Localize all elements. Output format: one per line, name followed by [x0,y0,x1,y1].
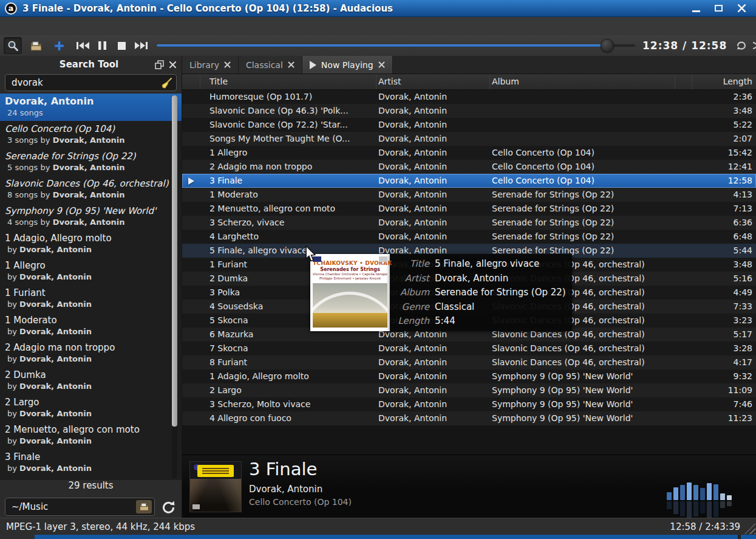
previous-button[interactable] [75,37,90,54]
next-button[interactable] [133,37,149,54]
search-input[interactable] [5,75,176,91]
playlist-row[interactable]: 4 Larghetto Dvorak, Antonin Serenade for… [182,230,756,244]
playlist-row[interactable]: Songs My Mother Taught Me (O... Dvorak, … [182,132,756,146]
search-result-item[interactable]: 2 Dumka by Dvorak, Antonin [0,367,171,394]
tab-close-icon[interactable] [288,61,295,68]
row-title: 1 Moderato [200,188,376,202]
playlist-row[interactable]: 4 Allegro con fuoco Dvorak, Antonin Symp… [182,411,756,425]
row-title: 7 Skocna [200,342,376,355]
tab-close-icon[interactable] [378,61,385,68]
row-indicator-cell [182,272,200,286]
search-result-item[interactable]: 1 Moderato by Dvorak, Antonin [0,312,171,340]
shuffle-icon [752,41,756,50]
playlist-row[interactable]: 8 Furiant Dvorak, Antonin Slavonic Dance… [182,355,756,369]
search-result-item[interactable]: Dvorak, Antonin 24 songs [0,94,182,121]
result-subtitle: by Dvorak, Antonin [5,326,171,337]
result-title: Slavonic Dances (Op 46, orchestral) [5,177,171,190]
search-tool-button[interactable] [4,37,22,54]
playlist-total-time: 12:58 / 2:43:39 [670,521,750,532]
playlist-row[interactable]: 3 Finale Dvorak, Antonin Cello Concerto … [182,174,756,188]
browse-folder-button[interactable] [136,500,152,513]
row-indicator-cell [182,230,200,244]
row-length: 2:36 [692,90,756,104]
playlist-row[interactable]: Slavonic Dance (Op 72.2) 'Star... Dvorak… [182,118,756,132]
undock-panel-icon[interactable] [155,60,164,69]
playlist-row[interactable]: 2 Menuetto, allegro con moto Dvorak, Ant… [182,202,756,216]
row-title: 8 Furiant [200,355,376,369]
refresh-button[interactable] [160,498,177,515]
search-result-item[interactable]: Symphony 9 (Op 95) 'New World' 4 songs b… [0,203,171,230]
playlist-tab[interactable]: Classical [239,56,302,74]
row-spacer-cell [675,160,692,174]
viz-bar-reflection [687,501,692,519]
tab-label: Now Playing [321,60,373,70]
search-result-item[interactable]: Serenade for Strings (Op 22) 5 songs by … [0,148,171,176]
shuffle-button[interactable] [750,37,756,54]
playlist-row[interactable]: Humoresque (Op 101.7) Dvorak, Antonin 2:… [182,90,756,104]
seek-knob[interactable] [601,39,614,52]
search-result-item[interactable]: 1 Furiant by Dvorak, Antonin [0,285,171,312]
row-title: 1 Adagio, Allegro molto [200,369,376,383]
clear-broom-icon[interactable] [160,77,172,89]
row-artist: Dvorak, Antonin [376,355,490,369]
viz-bar [700,488,705,500]
open-files-button[interactable] [27,37,45,54]
search-result-item[interactable]: 2 Largo by Dvorak, Antonin [0,394,171,422]
playlist-row[interactable]: 3 Scherzo, Molto vivace Dvorak, Antonin … [182,397,756,411]
now-playing-artist: Dvorak, Antonin [249,484,322,495]
time-display[interactable]: 12:38 / 12:58 [642,39,727,52]
row-spacer-cell [675,216,692,230]
repeat-button[interactable] [733,37,750,54]
search-result-item[interactable]: 2 Menuetto, allegro con moto by Dvorak, … [0,422,171,449]
titlebar[interactable]: a 3 Finale - Dvorak, Antonin - Cello Con… [0,0,756,17]
playlist-row[interactable]: 1 Allegro Dvorak, Antonin Cello Concerto… [182,146,756,160]
playlist-header[interactable]: Title Artist Album Length [182,74,756,90]
search-result-item[interactable]: 1 Allegro by Dvorak, Antonin [0,258,171,285]
playlist-tab[interactable]: Library [182,56,239,74]
search-results-list[interactable]: Dvorak, Antonin 24 songs Cello Concerto … [0,94,182,480]
search-result-item[interactable]: 3 Finale by Dvorak, Antonin [0,449,171,476]
sidebar-scrollbar[interactable] [172,95,177,478]
playlist-row[interactable]: 2 Adagio ma non troppo Dvorak, Antonin C… [182,160,756,174]
row-artist: Dvorak, Antonin [376,397,490,411]
playlist-row[interactable]: 2 Largo Dvorak, Antonin Symphony 9 (Op 9… [182,383,756,397]
result-title: 1 Adagio, Allegro molto [5,232,171,244]
seek-slider[interactable] [157,38,635,53]
close-panel-icon[interactable] [169,61,177,69]
search-result-item[interactable]: Cello Concerto (Op 104) 3 songs by Dvora… [0,121,171,148]
dg-yellow-cartouche [197,465,234,478]
row-album: Serenade for Strings (Op 22) [490,230,675,244]
sidebar-scrollbar-thumb[interactable] [172,95,177,427]
row-length: 4:49 [692,286,756,300]
seek-fill [157,44,607,47]
tab-close-icon[interactable] [224,61,231,68]
playlist-row[interactable]: 3 Scherzo, vivace Dvorak, Antonin Serena… [182,216,756,230]
header-title[interactable]: Title [200,74,376,89]
header-artist[interactable]: Artist [376,74,490,89]
row-length: 7:46 [692,397,756,411]
result-subtitle: by Dvorak, Antonin [5,381,171,391]
stop-button[interactable] [114,37,129,54]
minimize-icon[interactable] [692,10,700,12]
search-tool-panel: Search Tool Dvorak, Antonin 24 songs Cel… [0,56,182,518]
row-album: Cello Concerto (Op 104) [490,174,675,188]
close-icon[interactable] [737,4,746,13]
maximize-icon[interactable] [715,5,723,12]
playlist-tab[interactable]: Now Playing [302,56,393,74]
playlist-tabbar: Library Classical Now Playing [182,56,756,74]
search-result-item[interactable]: Slavonic Dances (Op 46, orchestral) 8 so… [0,176,171,203]
playlist-row[interactable]: 1 Adagio, Allegro molto Dvorak, Antonin … [182,369,756,383]
row-album [490,104,675,118]
header-album[interactable]: Album [490,74,675,89]
row-indicator-cell [182,355,200,369]
search-result-item[interactable]: 2 Adagio ma non troppo by Dvorak, Antoni… [0,340,171,367]
result-title: 2 Dumka [5,369,171,381]
pause-button[interactable] [94,37,110,54]
playlist-row[interactable]: 7 Skocna Dvorak, Antonin Slavonic Dances… [182,342,756,355]
playlist-row[interactable]: 1 Moderato Dvorak, Antonin Serenade for … [182,188,756,202]
playlist-row[interactable]: Slavonic Dance (Op 46.3) 'Polk... Dvorak… [182,104,756,118]
library-path-input[interactable] [5,498,154,515]
header-length[interactable]: Length [692,74,756,89]
search-result-item[interactable]: 1 Adagio, Allegro molto by Dvorak, Anton… [0,230,171,258]
add-files-button[interactable] [50,37,68,54]
